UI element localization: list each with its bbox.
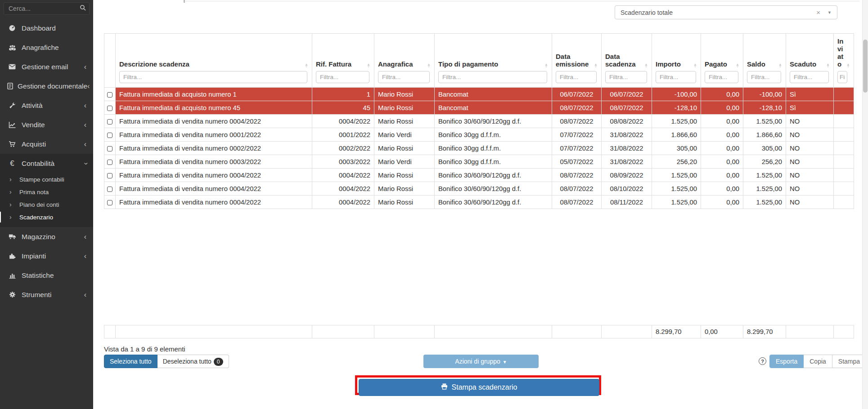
column-header-inviato[interactable]: Inviato▲▼ [834, 34, 854, 88]
sidebar-subitem-piano-dei-conti[interactable]: ›Piano dei conti [0, 198, 93, 211]
column-header-rif[interactable]: Rif. Fattura▲▼ [312, 34, 374, 88]
print-button[interactable]: Stampa [832, 355, 866, 368]
sort-icon[interactable]: ▲▼ [305, 63, 308, 68]
sidebar-item-attivita[interactable]: Attività‹ [0, 96, 93, 115]
cell-importo: -100,00 [652, 88, 701, 101]
filter-input-descrizione[interactable] [119, 71, 307, 83]
cell-pagato: 0,00 [701, 155, 743, 169]
column-label: Saldo [747, 60, 765, 68]
sidebar-item-impianti[interactable]: Impianti‹ [0, 246, 93, 266]
export-buttons: Esporta Copia Stampa [769, 355, 866, 368]
envelope-icon [7, 64, 17, 70]
chevron-left-icon: ‹ [84, 252, 86, 260]
total-cell-checkbox [104, 325, 116, 338]
column-header-saldo[interactable]: Saldo▲▼ [743, 34, 786, 88]
group-actions-button[interactable]: Azioni di gruppo▼ [423, 355, 539, 368]
row-checkbox-cell [104, 115, 116, 128]
cell-emissione: 08/07/2022 [552, 169, 602, 182]
sort-icon[interactable]: ▲▼ [693, 63, 697, 68]
print-schedule-label: Stampa scadenzario [452, 383, 517, 391]
column-header-importo[interactable]: Importo▲▼ [652, 34, 701, 88]
clear-selection-icon[interactable]: × [816, 9, 820, 16]
cell-scaduto: Sì [786, 88, 834, 101]
filter-input-tipo[interactable] [438, 71, 547, 83]
sort-icon[interactable]: ▲▼ [427, 63, 431, 68]
chevron-down-icon[interactable]: ▼ [828, 10, 832, 15]
sort-icon[interactable]: ▲▼ [644, 63, 648, 68]
filter-input-inviato[interactable] [837, 71, 847, 83]
sort-icon[interactable]: ▲▼ [826, 63, 830, 68]
filter-input-saldo[interactable] [747, 71, 781, 83]
filter-input-scadenza[interactable] [605, 71, 647, 83]
filter-input-scaduto[interactable] [790, 71, 829, 83]
vertical-scrollbar[interactable] [862, 0, 868, 409]
row-checkbox[interactable] [107, 146, 112, 151]
cell-emissione: 08/07/2022 [552, 115, 602, 128]
row-checkbox[interactable] [107, 173, 112, 178]
copy-button[interactable]: Copia [804, 355, 832, 368]
row-checkbox[interactable] [107, 200, 112, 205]
row-checkbox[interactable] [107, 133, 112, 138]
cell-descrizione: Fattura immediata di vendita numero 0001… [116, 128, 312, 142]
sidebar-item-gestione-email[interactable]: Gestione email‹ [0, 57, 93, 76]
cell-importo: 1.525,00 [652, 115, 701, 128]
cell-emissione: 05/07/2022 [552, 155, 602, 169]
cell-anagrafica: Mario Rossi [374, 101, 435, 115]
row-checkbox[interactable] [107, 106, 112, 111]
column-header-pagato[interactable]: Pagato▲▼ [701, 34, 743, 88]
sidebar-item-strumenti[interactable]: Strumenti‹ [0, 285, 93, 304]
sidebar-item-anagrafiche[interactable]: Anagrafiche [0, 38, 93, 57]
help-icon[interactable]: ? [759, 357, 766, 365]
print-schedule-button[interactable]: Stampa scadenzario [359, 379, 599, 396]
row-checkbox-cell [104, 142, 116, 155]
results-summary: Vista da 1 a 9 di 9 elementi [104, 345, 185, 353]
sidebar-item-statistiche[interactable]: Statistiche [0, 266, 93, 285]
cell-scadenza: 08/09/2022 [602, 169, 652, 182]
sort-icon[interactable]: ▲▼ [367, 63, 370, 68]
cell-rif: 0004/2022 [312, 169, 374, 182]
column-header-emissione[interactable]: Data emissione▲▼ [552, 34, 602, 88]
sort-icon[interactable]: ▲▼ [594, 63, 598, 68]
sort-icon[interactable]: ▲▼ [736, 63, 739, 68]
sidebar-item-vendite[interactable]: Vendite‹ [0, 115, 93, 134]
sidebar-subitem-label: Piano dei conti [19, 201, 59, 208]
filter-input-pagato[interactable] [705, 71, 738, 83]
column-header-anagrafica[interactable]: Anagrafica▲▼ [374, 34, 435, 88]
filter-input-rif[interactable] [316, 71, 369, 83]
sidebar-item-acquisti[interactable]: Acquisti‹ [0, 134, 93, 154]
sidebar-item-magazzino[interactable]: Magazzino‹ [0, 227, 93, 246]
cell-saldo: 1.525,00 [743, 169, 786, 182]
deselect-all-button[interactable]: Deseleziona tutto0 [157, 355, 229, 368]
report-type-select[interactable]: Scadenzario totale × ▼ [615, 5, 837, 19]
sidebar-subitem-scadenzario[interactable]: ›Scadenzario [0, 211, 93, 223]
column-header-scaduto[interactable]: Scaduto▲▼ [786, 34, 834, 88]
table-row: Fattura immediata di vendita numero 0002… [104, 142, 854, 155]
column-header-scadenza[interactable]: Data scadenza▲▼ [602, 34, 652, 88]
column-header-tipo[interactable]: Tipo di pagamento▲▼ [435, 34, 552, 88]
sort-icon[interactable]: ▲▼ [544, 63, 548, 68]
sidebar-item-contabilita[interactable]: €Contabilità‹ [0, 154, 93, 173]
column-header-descrizione[interactable]: Descrizione scadenza▲▼ [116, 34, 312, 88]
filter-input-anagrafica[interactable] [378, 71, 430, 83]
cell-inviato [834, 155, 854, 169]
sidebar-subitem-prima-nota[interactable]: ›Prima nota [0, 186, 93, 198]
row-checkbox[interactable] [107, 160, 112, 165]
row-checkbox[interactable] [107, 119, 112, 124]
sidebar-subitem-stampe-contabili[interactable]: ›Stampe contabili [0, 173, 93, 186]
select-all-button[interactable]: Seleziona tutto [104, 355, 157, 368]
cell-pagato: 0,00 [701, 142, 743, 155]
sidebar-item-gestione-documentale[interactable]: Gestione documentale‹ [0, 76, 93, 96]
sort-icon[interactable]: ▲▼ [846, 63, 850, 68]
filter-input-emissione[interactable] [556, 71, 597, 83]
sort-icon[interactable]: ▲▼ [778, 63, 782, 68]
search-icon[interactable] [80, 4, 86, 13]
sidebar-item-dashboard[interactable]: Dashboard [0, 18, 93, 38]
export-button[interactable]: Esporta [769, 355, 804, 368]
cell-tipo: Bonifico 30gg d.f.f.m. [435, 155, 552, 169]
scrollbar-thumb[interactable] [863, 40, 868, 93]
cell-inviato [834, 101, 854, 115]
filter-input-importo[interactable] [656, 71, 696, 83]
row-checkbox[interactable] [107, 92, 112, 98]
row-checkbox[interactable] [107, 187, 112, 192]
search-input[interactable] [4, 2, 90, 15]
